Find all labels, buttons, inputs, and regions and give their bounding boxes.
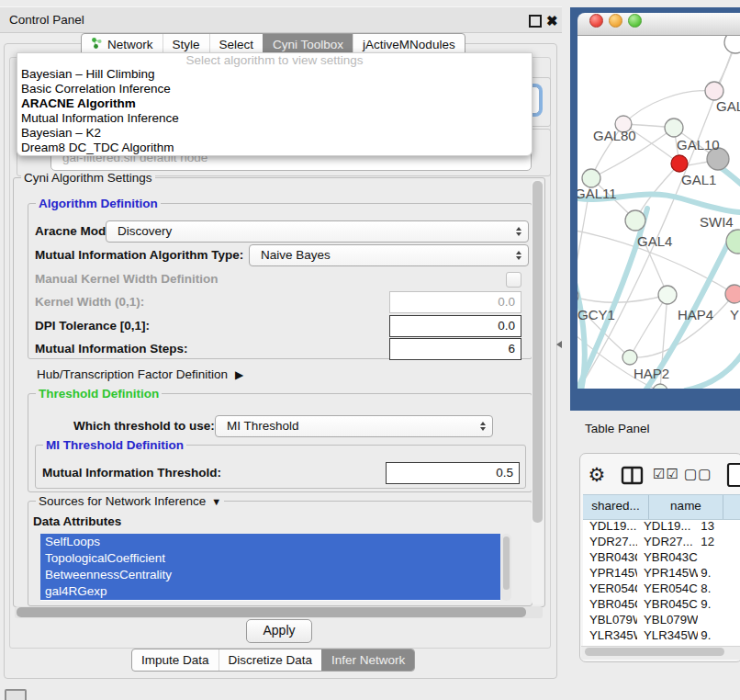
mi-steps-field[interactable]: 6 [389,338,521,360]
tab-infer-network[interactable]: Infer Network [321,649,414,671]
hub-definition-label: Hub/Transcription Factor Definition [37,367,228,381]
table-row[interactable]: YDR27...YDR27...12 [583,534,740,549]
attribute-item-topologicalcoefficient[interactable]: TopologicalCoefficient [40,550,500,567]
float-window-icon[interactable] [529,15,542,28]
node-bottom-partial[interactable] [653,384,667,389]
table-cell: YER054C [637,581,698,596]
manual-kernel-checkbox[interactable] [506,272,521,288]
settings-vscrollbar-thumb[interactable] [533,181,543,523]
table-row[interactable]: YER054CYER054C8. [583,581,740,596]
cyni-settings-title: Cyni Algorithm Settings [21,171,155,185]
network-edge-thick [577,265,585,389]
node-top-partial[interactable] [724,36,740,53]
table-cell: 12 [698,534,740,549]
threshold-definition-title: Threshold Definition [36,387,162,401]
column-header-a[interactable]: A [723,495,740,519]
node-gal4[interactable] [625,210,645,231]
node-hap4[interactable] [658,286,677,304]
hub-definition-toggle[interactable]: Hub/Transcription Factor Definition▶ [37,364,243,386]
which-threshold-value: MI Threshold [227,419,299,433]
deselect-all-icon[interactable]: ▢▢ [684,466,712,482]
attributes-scrollbar-thumb[interactable] [503,536,510,590]
table-row[interactable]: YLR345WYLR345W9. [583,627,740,643]
close-traffic-light-icon[interactable] [589,14,603,28]
network-canvas[interactable]: GALGAL80GAL10GAL1GAL11SWI4GAL4GCY1HAP4YH… [577,36,740,389]
table-cell: YBL079W [637,612,698,627]
dpi-tolerance-field[interactable]: 0.0 [389,315,521,337]
attribute-item-selfloops[interactable]: SelfLoops [40,534,500,550]
node-label-gal: GAL [716,98,740,114]
spinner-arrows-icon [480,422,486,431]
mi-threshold-label: Mutual Information Threshold: [42,462,221,484]
attribute-item-betweennesscentrality[interactable]: BetweennessCentrality [40,567,500,583]
mi-type-value: Naive Bayes [261,248,331,262]
tab-label: Network [107,38,153,51]
attribute-item-gal4rgexp[interactable]: gal4RGexp [40,583,500,600]
tab-impute-data[interactable]: Impute Data [132,649,219,671]
settings-hscrollbar-thumb[interactable] [17,607,526,617]
node-hap2[interactable] [622,350,637,365]
docked-panel-icon[interactable] [5,689,27,700]
table-row[interactable]: YBL079WYBL079W [583,612,740,627]
node-label-y: Y [730,307,739,322]
node-gal1[interactable] [671,155,688,172]
algorithm-option-bayesian-hill-climbing[interactable]: Bayesian – Hill Climbing [17,67,532,82]
node-gal10[interactable] [665,119,683,137]
algorithm-option-bayesian-k2[interactable]: Bayesian – K2 [17,126,532,141]
algorithm-option-aracne-algorithm[interactable]: ARACNE Algorithm [17,96,532,111]
node-label-gcy1: GCY1 [577,307,615,322]
table-cell: YDR27... [637,534,698,549]
node-label-gal1: GAL1 [681,172,716,187]
close-icon[interactable]: ✖ [546,8,558,33]
select-all-icon[interactable]: ☑☑ [653,466,679,482]
column-header-name[interactable]: name [649,495,723,519]
node-label-gal4: GAL4 [637,233,672,249]
table-cell: YBR045C [637,596,698,612]
control-panel-title: Control Panel [9,7,84,32]
gear-icon[interactable]: ⚙ [585,463,609,487]
network-edge-thick [686,355,740,389]
mi-threshold-field[interactable]: 0.5 [386,462,520,484]
mi-type-label: Mutual Information Algorithm Type: [35,244,243,266]
algorithm-option-basic-correlation-inference[interactable]: Basic Correlation Inference [17,82,532,96]
network-icon [91,37,103,52]
aracne-mode-value: Discovery [118,224,172,238]
table-cell: YBR043C [583,549,637,565]
new-column-icon[interactable] [726,462,740,491]
table-cell: YPR145W [637,565,698,581]
node-swi4[interactable] [726,230,740,254]
table-row[interactable]: YBR045CYBR045C9. [583,596,740,612]
sources-title[interactable]: Sources for Network Inference▼ [36,494,224,509]
table-cell: 13 [698,518,740,534]
network-edge [623,91,714,124]
table-row[interactable]: YBR043CYBR043C [583,549,740,565]
tab-label: Infer Network [331,653,405,667]
columns-icon[interactable] [621,464,645,491]
column-header-shared[interactable]: shared... [583,495,649,519]
minimize-traffic-light-icon[interactable] [609,14,622,28]
aracne-mode-combo[interactable]: Discovery [106,220,529,243]
kernel-width-field[interactable]: 0.0 [389,291,521,313]
dropdown-header: Select algorithm to view settings [17,53,532,67]
algorithm-option-mutual-information-inference[interactable]: Mutual Information Inference [17,111,532,126]
node-gal11[interactable] [582,169,600,187]
algorithm-option-dream8-dc-tdc-algorithm[interactable]: Dream8 DC_TDC Algorithm [17,141,532,155]
table-cell: YDL19... [637,518,698,534]
split-pane-handle-icon[interactable] [556,341,562,348]
mi-type-combo[interactable]: Naive Bayes [249,244,529,266]
table-cell [698,612,740,627]
data-attributes-label: Data Attributes [33,511,121,533]
table-cell: YLR345W [637,627,698,643]
which-threshold-combo[interactable]: MI Threshold [215,415,493,437]
table-row[interactable]: YPR145WYPR145W9. [583,565,740,581]
tab-discretize-data[interactable]: Discretize Data [219,649,322,671]
node-y-pink[interactable] [725,285,740,303]
zoom-traffic-light-icon[interactable] [628,14,642,28]
table-hscrollbar-thumb[interactable] [585,648,724,656]
apply-button[interactable]: Apply [246,619,312,643]
app-root: Control Panel ✖ NetworkStyleSelectCyni T… [0,0,740,700]
node-gal-pink[interactable] [705,82,723,100]
table-row[interactable]: YDL19...YDL19...13 [583,518,740,534]
node-label-hap2: HAP2 [633,366,669,381]
node-label-gal10: GAL10 [677,137,720,152]
